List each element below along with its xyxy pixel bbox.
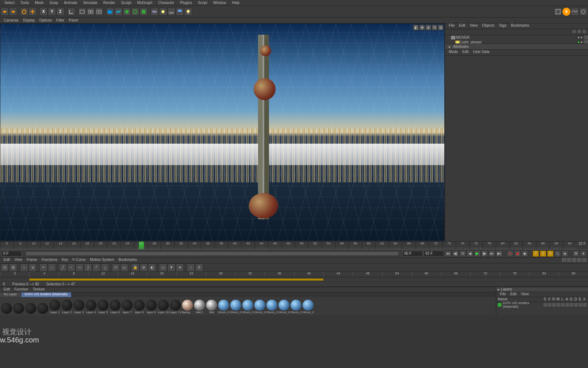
key-menu-button[interactable]: ▾ — [580, 250, 587, 257]
key-opts-button[interactable]: ⚙ — [573, 250, 579, 257]
loop-button[interactable]: ⟲ — [459, 250, 466, 257]
expand-toggle[interactable]: - — [447, 35, 450, 39]
play-back-button[interactable]: ◀ — [467, 250, 473, 257]
menu-sculpt[interactable]: Sculpt — [118, 1, 134, 5]
obj-menu-file[interactable]: File — [447, 23, 457, 29]
dope-mode-icon[interactable] — [572, 258, 576, 262]
menu-render[interactable]: Render — [100, 1, 118, 5]
bulb-icon[interactable] — [184, 8, 192, 16]
material-slot[interactable]: layer 8 — [133, 300, 145, 314]
dope-quant-button[interactable]: ⊔ — [120, 263, 128, 272]
goto-end-button[interactable]: ⏭ — [489, 250, 495, 257]
menu-help[interactable]: Help — [229, 1, 243, 5]
dope-spline-button[interactable]: ⁓ — [76, 263, 84, 272]
dope-menu-view[interactable]: View — [12, 258, 24, 263]
goto-start-button[interactable]: ⏮ — [445, 250, 451, 257]
material-slot[interactable]: iStock_0 — [254, 300, 266, 314]
dope-close-icon[interactable] — [582, 258, 587, 262]
material-slot[interactable]: layer 9 — [145, 300, 157, 314]
dope-menu-functions[interactable]: Functions — [39, 258, 60, 263]
attr-menu-mode[interactable]: Mode — [447, 50, 460, 55]
dope-o2-button[interactable]: 0 — [195, 263, 203, 272]
dope-menu-key[interactable]: Key — [60, 258, 70, 263]
material-slot[interactable]: Mat.1 — [194, 300, 205, 314]
dope-easein-button[interactable]: ╯ — [92, 263, 100, 272]
obj-view-icon[interactable] — [582, 29, 587, 34]
material-slot[interactable]: Mat — [206, 300, 217, 314]
move-button[interactable] — [29, 8, 37, 16]
menu-mesh[interactable]: Mesh — [32, 1, 46, 5]
tree-row-mover[interactable]: -MOVER — [445, 35, 588, 40]
dope-step-button[interactable]: ⌐ — [67, 263, 75, 272]
material-slot[interactable] — [1, 303, 12, 314]
vp-menu-display[interactable]: Display — [21, 18, 37, 22]
object-manager-tree[interactable]: -MOVERLight. stream-L0front light-Emitte… — [445, 35, 588, 43]
param-key-button[interactable]: ◇ — [554, 250, 561, 257]
spline-button[interactable] — [114, 8, 122, 16]
dope-move-button[interactable]: ↔ — [20, 263, 28, 272]
next-frame-button[interactable]: ▶| — [496, 250, 502, 257]
mat-menu-edit[interactable]: Edit — [1, 287, 12, 292]
material-slot[interactable]: Layer 5 — [97, 300, 109, 314]
camera-button[interactable] — [151, 8, 159, 16]
material-slot[interactable]: iStock_0 — [230, 300, 242, 314]
reset-button[interactable] — [579, 8, 587, 16]
layer-row[interactable]: DATA VIS renders (Materials) — [496, 302, 588, 307]
menu-script[interactable]: Script — [195, 1, 210, 5]
lay-menu-file[interactable]: File — [498, 292, 508, 297]
dope-lock-button[interactable]: 🔒 — [131, 263, 139, 272]
material-slot[interactable]: iStock_0 — [278, 300, 290, 314]
attr-menu-user-data[interactable]: User Data — [471, 50, 492, 55]
sky-button[interactable] — [176, 8, 184, 16]
floor-button[interactable] — [167, 8, 175, 16]
dope-menu-bookmarks[interactable]: Bookmarks — [117, 258, 139, 263]
dope-menu-f-curve[interactable]: F-Curve — [70, 258, 88, 263]
vp-config-icon[interactable]: ◧ — [413, 24, 419, 30]
obj-menu-bookmarks[interactable]: Bookmarks — [509, 23, 531, 29]
dopesheet-preview-range[interactable] — [29, 278, 323, 281]
obj-menu-tags[interactable]: Tags — [497, 23, 509, 29]
obj-menu-view[interactable]: View — [467, 23, 480, 29]
z-axis-button[interactable]: Z — [56, 8, 64, 16]
vp-move-icon[interactable]: ✥ — [419, 24, 425, 30]
dope-easeout-button[interactable]: ╭ — [101, 263, 109, 272]
tree-row-light-stream[interactable]: Light. stream — [445, 40, 588, 43]
dope-menu-edit[interactable]: Edit — [1, 258, 12, 263]
timeline-ruler[interactable]: 5810121416182022242628303234363840424446… — [0, 241, 588, 249]
menu-simulate[interactable]: Simulate — [80, 1, 100, 5]
mat-menu-function[interactable]: Function — [12, 287, 30, 292]
dope-region-button[interactable]: ▭ — [159, 263, 167, 272]
render-settings-button[interactable] — [95, 8, 103, 16]
environment-button[interactable] — [140, 8, 148, 16]
material-slot[interactable]: iStock_0 — [242, 300, 254, 314]
coord-system-button[interactable] — [67, 8, 75, 16]
material-grid[interactable]: Layer 1Layer 2Layer 3Layer 4Layer 5Layer… — [0, 297, 496, 315]
obj-menu-objects[interactable]: Objects — [480, 23, 497, 29]
material-slot[interactable]: Backgrou — [182, 300, 193, 314]
dope-menu-frame[interactable]: Frame — [24, 258, 39, 263]
y-axis-button[interactable]: Y — [48, 8, 56, 16]
vp-menu-options[interactable]: Options — [37, 18, 54, 22]
start-frame-input[interactable] — [1, 251, 22, 257]
material-slot[interactable]: iStock_0 — [266, 300, 278, 314]
vp-rotate-icon[interactable]: ⟲ — [432, 24, 437, 30]
menu-character[interactable]: Character — [155, 1, 177, 5]
lay-menu-edit[interactable]: Edit — [508, 292, 519, 297]
layer-tog[interactable] — [543, 303, 547, 307]
material-slot[interactable]: iStock_0 — [218, 300, 229, 314]
vp-zoom-icon[interactable]: ⊕ — [425, 24, 431, 30]
tag-icon[interactable] — [584, 35, 588, 39]
vp-menu-cameras[interactable]: Cameras — [1, 18, 21, 22]
cube-prim-button[interactable] — [106, 8, 114, 16]
menu-mograph[interactable]: MoGraph — [134, 1, 155, 5]
live-select-button[interactable] — [20, 8, 28, 16]
autokey-button[interactable]: ◉ — [514, 250, 521, 257]
render-pv-button[interactable] — [87, 8, 95, 16]
prev-key-button[interactable]: ◀| — [452, 250, 459, 257]
obj-search-icon[interactable] — [572, 29, 576, 34]
viewport-perspective[interactable]: ◧ ✥ ⊕ ⟲ ⊞ — [0, 23, 445, 241]
menu-window[interactable]: Window — [210, 1, 229, 5]
menu-animate[interactable]: Animate — [61, 1, 80, 5]
keyframe-sel-button[interactable]: ◆ — [521, 250, 528, 257]
dope-ripple-button[interactable]: ≋ — [176, 263, 184, 272]
